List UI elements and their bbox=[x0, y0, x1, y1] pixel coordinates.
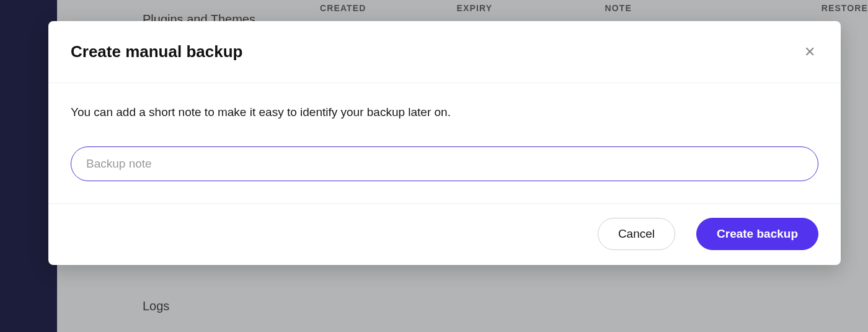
create-backup-modal: Create manual backup ✕ You can add a sho… bbox=[48, 21, 841, 265]
modal-description: You can add a short note to make it easy… bbox=[71, 105, 818, 119]
backup-note-input[interactable] bbox=[71, 146, 818, 181]
cancel-button[interactable]: Cancel bbox=[598, 218, 675, 250]
create-backup-button[interactable]: Create backup bbox=[696, 218, 818, 250]
modal-body: You can add a short note to make it easy… bbox=[48, 83, 841, 204]
close-icon[interactable]: ✕ bbox=[801, 43, 818, 61]
modal-title: Create manual backup bbox=[71, 42, 242, 61]
modal-header: Create manual backup ✕ bbox=[48, 21, 841, 83]
modal-footer: Cancel Create backup bbox=[48, 204, 841, 265]
